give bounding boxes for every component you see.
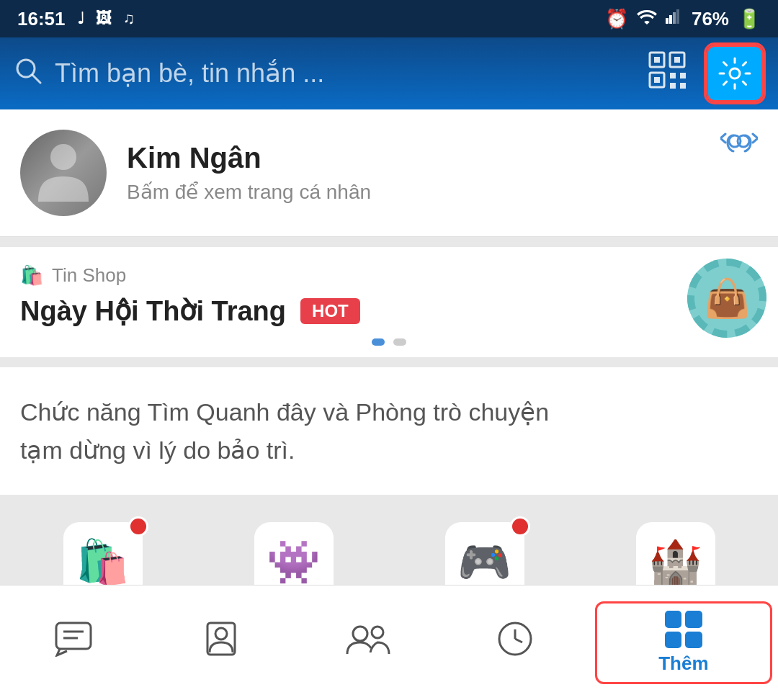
wifi-icon xyxy=(637,9,657,29)
svg-point-17 xyxy=(50,144,76,170)
profile-section[interactable]: Kim Ngân Bấm để xem trang cá nhân xyxy=(0,109,778,237)
nav-item-profile[interactable] xyxy=(147,621,294,665)
profile-name: Kim Ngân xyxy=(127,142,758,174)
nav-item-history[interactable] xyxy=(442,621,589,665)
bottom-nav: Thêm xyxy=(0,585,778,700)
status-right: ⏰ 76% 🔋 xyxy=(605,8,761,30)
image-icon: 🖼 xyxy=(96,9,112,28)
music-fork-icon: ♫ xyxy=(123,9,135,28)
banner-tag-text: Tin Shop xyxy=(52,264,126,287)
search-input-area[interactable]: Tìm bạn bè, tin nhắn ... xyxy=(14,57,637,91)
search-placeholder: Tìm bạn bè, tin nhắn ... xyxy=(55,58,324,89)
search-bar[interactable]: Tìm bạn bè, tin nhắn ... xyxy=(0,37,778,109)
svg-line-29 xyxy=(515,639,522,642)
shop-icon: 🛍️ xyxy=(20,264,43,287)
svg-line-5 xyxy=(32,75,40,83)
time-display: 16:51 xyxy=(17,8,66,30)
notice-text: Chức năng Tìm Quanh đây và Phòng trò chu… xyxy=(20,393,758,469)
signal-icon xyxy=(666,9,683,28)
banner-title-row: Ngày Hội Thời Trang HOT xyxy=(20,295,758,327)
battery-icon: 🔋 xyxy=(738,8,761,30)
svg-rect-20 xyxy=(56,623,91,649)
svg-point-19 xyxy=(738,135,749,147)
banner-title: Ngày Hội Thời Trang xyxy=(20,295,286,327)
svg-rect-14 xyxy=(670,83,676,89)
svg-rect-7 xyxy=(654,57,660,63)
status-bar: 16:51 ♩ 🖼 ♫ ⏰ 76% 🔋 xyxy=(0,0,778,37)
svg-point-24 xyxy=(215,628,227,640)
avatar xyxy=(20,130,107,216)
profile-icon xyxy=(205,621,237,665)
nav-item-more[interactable]: Thêm xyxy=(595,601,772,684)
svg-point-26 xyxy=(372,627,383,638)
svg-rect-2 xyxy=(673,12,676,24)
more-label: Thêm xyxy=(658,652,708,675)
music-note-icon: ♩ xyxy=(77,9,84,28)
grid-icon xyxy=(665,611,702,648)
chat-icon xyxy=(54,621,93,665)
svg-rect-15 xyxy=(680,83,686,89)
profile-switch-icon[interactable] xyxy=(720,130,758,169)
svg-rect-3 xyxy=(676,9,679,24)
search-icon xyxy=(14,57,42,91)
pagination-dots xyxy=(20,338,758,349)
svg-rect-13 xyxy=(680,73,686,78)
svg-rect-1 xyxy=(669,15,672,24)
notification-dot-controller xyxy=(510,516,530,537)
hot-badge: HOT xyxy=(300,298,360,324)
svg-rect-0 xyxy=(666,18,669,24)
qr-icon[interactable] xyxy=(648,51,686,97)
svg-point-16 xyxy=(730,68,740,78)
profile-subtitle: Bấm để xem trang cá nhân xyxy=(127,180,758,204)
notification-dot-shop xyxy=(128,516,148,537)
settings-button[interactable] xyxy=(706,45,764,102)
friends-icon xyxy=(346,622,390,663)
svg-rect-12 xyxy=(670,73,676,78)
banner-image: 👜 xyxy=(687,259,766,338)
nav-item-friends[interactable] xyxy=(295,622,442,663)
svg-point-25 xyxy=(353,627,367,641)
notice-content: Chức năng Tìm Quanh đây và Phòng trò chu… xyxy=(20,398,549,464)
banner-tag: 🛍️ Tin Shop xyxy=(20,264,758,287)
status-left: 16:51 ♩ 🖼 ♫ xyxy=(17,8,135,30)
dot-2 xyxy=(393,338,406,346)
svg-rect-9 xyxy=(674,57,680,63)
battery-display: 76% xyxy=(692,8,729,30)
banner-section[interactable]: 🛍️ Tin Shop Ngày Hội Thời Trang HOT 👜 xyxy=(0,247,778,357)
profile-info: Kim Ngân Bấm để xem trang cá nhân xyxy=(127,142,758,204)
nav-item-chat[interactable] xyxy=(0,621,147,665)
svg-rect-11 xyxy=(654,77,660,83)
notice-section: Chức năng Tìm Quanh đây và Phòng trò chu… xyxy=(0,367,778,495)
clock-icon xyxy=(497,621,533,665)
dot-1 xyxy=(372,338,385,346)
alarm-icon: ⏰ xyxy=(605,8,628,30)
